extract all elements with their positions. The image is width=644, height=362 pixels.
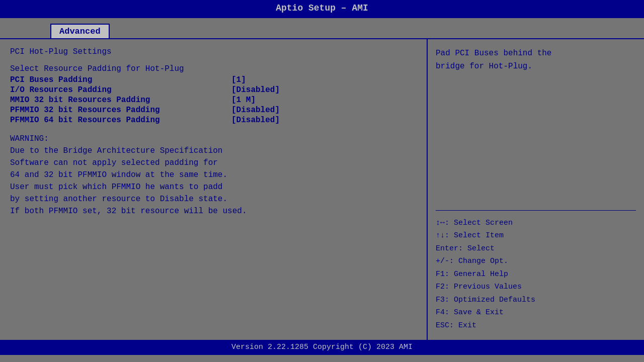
app-title: Aptio Setup – AMI: [276, 3, 368, 13]
footer-text: Version 2.22.1285 Copyright (C) 2023 AMI: [231, 343, 413, 351]
key-enter: Enter: Select: [436, 242, 636, 255]
divider: [436, 210, 636, 211]
key-f3: F3: Optimized Defaults: [436, 294, 636, 307]
tab-bar: Advanced: [0, 18, 644, 38]
menu-row-pfmmio-32[interactable]: PFMMIO 32 bit Resources Padding [Disable…: [10, 106, 417, 115]
pci-buses-value: [1]: [231, 75, 246, 84]
warning-line-5: If both PFMMIO set, 32 bit resource will…: [10, 205, 417, 217]
tab-advanced[interactable]: Advanced: [50, 24, 110, 38]
section-title: PCI Hot-Plug Settings: [10, 47, 417, 56]
padding-subtitle: Select Resource Padding for Hot-Plug: [10, 64, 417, 73]
help-line-0: Pad PCI Buses behind the: [436, 47, 636, 60]
pci-buses-label: PCI Buses Padding: [10, 75, 231, 84]
mmio-32-label: MMIO 32 bit Resources Padding: [10, 96, 231, 105]
key-f2: F2: Previous Values: [436, 281, 636, 294]
main-content: PCI Hot-Plug Settings Select Resource Pa…: [0, 38, 644, 340]
warning-line-3: User must pick which PFMMIO he wants to …: [10, 181, 417, 193]
mmio-32-value: [1 M]: [231, 96, 256, 105]
warning-line-2: 64 and 32 bit PFMMIO window at the same …: [10, 169, 417, 181]
key-esc: ESC: Exit: [436, 319, 636, 332]
warning-line-4: by setting another resource to Disable s…: [10, 193, 417, 205]
warning-line-1: Software can not apply selected padding …: [10, 157, 417, 169]
warning-block: WARNING: Due to the Bridge Architecture …: [10, 133, 417, 217]
warning-line-0: Due to the Bridge Architecture Specifica…: [10, 145, 417, 157]
key-select-screen: ↕↔: Select Screen: [436, 217, 636, 230]
warning-title: WARNING:: [10, 133, 417, 145]
pfmmio-64-value: [Disabled]: [231, 116, 280, 125]
pfmmio-32-value: [Disabled]: [231, 106, 280, 115]
menu-row-pfmmio-64[interactable]: PFMMIO 64 bit Resources Padding [Disable…: [10, 116, 417, 125]
right-panel: Pad PCI Buses behind the bridge for Hot-…: [428, 39, 644, 340]
menu-row-mmio-32[interactable]: MMIO 32 bit Resources Padding [1 M]: [10, 96, 417, 105]
title-bar: Aptio Setup – AMI: [0, 0, 644, 18]
pfmmio-64-label: PFMMIO 64 bit Resources Padding: [10, 116, 231, 125]
help-text-block: Pad PCI Buses behind the bridge for Hot-…: [436, 47, 636, 73]
pfmmio-32-label: PFMMIO 32 bit Resources Padding: [10, 106, 231, 115]
key-bindings: ↕↔: Select Screen ↑↓: Select Item Enter:…: [436, 217, 636, 332]
menu-row-pci-buses[interactable]: PCI Buses Padding [1]: [10, 75, 417, 84]
footer-bar: Version 2.22.1285 Copyright (C) 2023 AMI: [0, 340, 644, 355]
left-panel: PCI Hot-Plug Settings Select Resource Pa…: [0, 39, 428, 340]
key-select-item: ↑↓: Select Item: [436, 229, 636, 242]
key-change-opt: +/-: Change Opt.: [436, 255, 636, 268]
key-f4: F4: Save & Exit: [436, 306, 636, 319]
key-f1: F1: General Help: [436, 268, 636, 281]
help-line-1: bridge for Hot-Plug.: [436, 60, 636, 73]
io-resources-value: [Disabled]: [231, 85, 280, 95]
io-resources-label: I/O Resources Padding: [10, 85, 231, 95]
menu-row-io-resources[interactable]: I/O Resources Padding [Disabled]: [10, 85, 417, 95]
